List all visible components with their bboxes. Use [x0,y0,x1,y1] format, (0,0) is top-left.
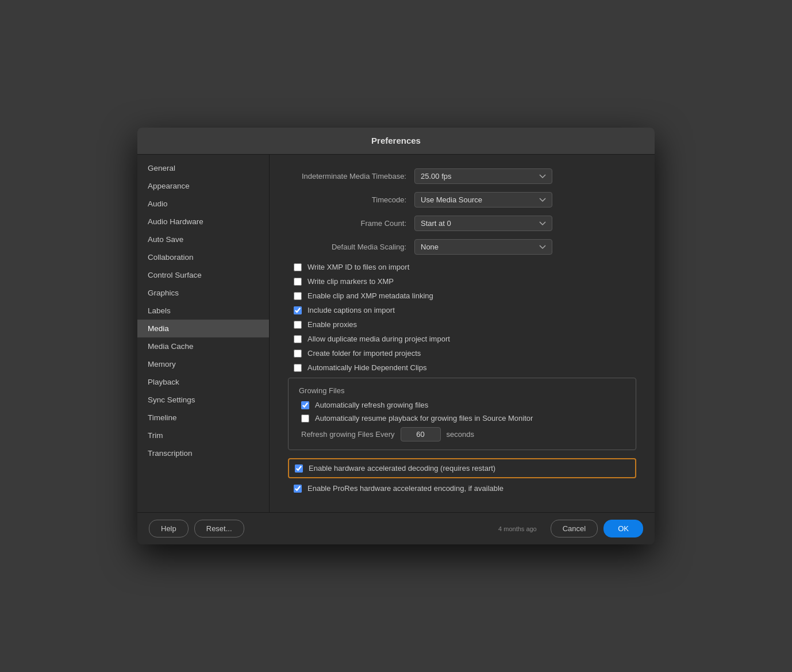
indeterminate-select[interactable]: 25.00 fps23.976 fps24.00 fps29.97 fps30.… [414,168,552,184]
refresh-label: Refresh growing Files Every [301,430,395,439]
hw-accel-decoding-label[interactable]: Enable hardware accelerated decoding (re… [309,464,495,473]
sidebar-item-graphics[interactable]: Graphics [137,284,269,302]
include-captions-label[interactable]: Include captions on import [307,306,395,314]
sidebar-item-control-surface[interactable]: Control Surface [137,266,269,284]
indeterminate-row: Indeterminate Media Timebase: 25.00 fps2… [288,168,636,184]
checkbox-allow-duplicate: Allow duplicate media during project imp… [288,335,636,343]
growing-files-title: Growing Files [299,386,625,395]
auto-refresh-label[interactable]: Automatically refresh growing files [315,401,428,409]
sidebar-item-collaboration[interactable]: Collaboration [137,248,269,266]
scaling-label: Default Media Scaling: [288,243,414,251]
scaling-row: Default Media Scaling: NoneSet to Frame … [288,239,636,255]
frame-count-row: Frame Count: Start at 0Start at 1 [288,216,636,231]
auto-resume-checkbox[interactable] [301,414,309,423]
checkbox-write-clip-markers: Write clip markers to XMP [288,277,636,286]
help-button[interactable]: Help [149,520,189,537]
cancel-button[interactable]: Cancel [551,520,598,537]
ok-button[interactable]: OK [603,520,643,537]
prores-hw-encoding-row: Enable ProRes hardware accelerated encod… [288,484,636,493]
enable-proxies-label[interactable]: Enable proxies [307,320,357,329]
timecode-row: Timecode: Use Media SourceGenerate00:00:… [288,192,636,208]
growing-files-auto-refresh-row: Automatically refresh growing files [299,401,625,409]
create-folder-label[interactable]: Create folder for imported projects [307,349,421,358]
growing-files-section: Growing Files Automatically refresh grow… [288,378,636,450]
content-panel: Indeterminate Media Timebase: 25.00 fps2… [270,155,655,512]
sidebar: GeneralAppearanceAudioAudio HardwareAuto… [137,155,270,512]
hw-accel-decoding-checkbox[interactable] [295,464,303,473]
timecode-label: Timecode: [288,195,414,204]
prores-hw-encoding-label[interactable]: Enable ProRes hardware accelerated encod… [307,484,503,493]
write-clip-markers-checkbox[interactable] [294,278,302,286]
prores-hw-encoding-checkbox[interactable] [294,485,302,493]
allow-duplicate-label[interactable]: Allow duplicate media during project imp… [307,335,450,343]
sidebar-item-appearance[interactable]: Appearance [137,177,269,195]
include-captions-checkbox[interactable] [294,306,302,314]
refresh-row: Refresh growing Files Every seconds [299,427,625,441]
auto-hide-label[interactable]: Automatically Hide Dependent Clips [307,363,426,372]
indeterminate-label: Indeterminate Media Timebase: [288,172,414,181]
sidebar-item-trim[interactable]: Trim [137,427,269,444]
dialog-title: Preferences [371,136,421,145]
sidebar-item-labels[interactable]: Labels [137,302,269,320]
sidebar-item-playback[interactable]: Playback [137,373,269,391]
checkbox-auto-hide: Automatically Hide Dependent Clips [288,363,636,372]
timecode-select[interactable]: Use Media SourceGenerate00:00:00:00 [414,192,552,208]
scaling-select[interactable]: NoneSet to Frame SizeSet to Scale to Fra… [414,239,552,255]
auto-resume-label[interactable]: Automatically resume playback for growin… [315,414,533,423]
auto-hide-checkbox[interactable] [294,364,302,372]
sidebar-item-sync-settings[interactable]: Sync Settings [137,391,269,409]
sidebar-item-audio[interactable]: Audio [137,195,269,213]
sidebar-item-transcription[interactable]: Transcription [137,444,269,462]
checkbox-include-captions: Include captions on import [288,306,636,314]
preferences-dialog: Preferences GeneralAppearanceAudioAudio … [137,128,655,544]
write-clip-markers-label[interactable]: Write clip markers to XMP [307,277,394,286]
allow-duplicate-checkbox[interactable] [294,335,302,343]
sidebar-item-general[interactable]: General [137,159,269,177]
refresh-interval-input[interactable] [401,427,441,441]
timestamp-note: 4 months ago [498,525,537,532]
sidebar-item-audio-hardware[interactable]: Audio Hardware [137,213,269,231]
reset-button[interactable]: Reset... [194,520,244,537]
enable-clip-xmp-checkbox[interactable] [294,292,302,300]
seconds-label: seconds [447,430,474,439]
checkbox-write-xmp-id: Write XMP ID to files on import [288,263,636,271]
footer-right: 4 months ago Cancel OK [498,520,643,537]
checkbox-enable-proxies: Enable proxies [288,320,636,329]
checkbox-create-folder: Create folder for imported projects [288,349,636,358]
sidebar-item-auto-save[interactable]: Auto Save [137,231,269,248]
dialog-body: GeneralAppearanceAudioAudio HardwareAuto… [137,155,655,512]
footer-left: Help Reset... [149,520,244,537]
frame-count-label: Frame Count: [288,219,414,228]
sidebar-item-memory[interactable]: Memory [137,355,269,373]
sidebar-item-timeline[interactable]: Timeline [137,409,269,427]
write-xmp-id-checkbox[interactable] [294,263,302,271]
dialog-titlebar: Preferences [137,128,655,155]
sidebar-item-media[interactable]: Media [137,320,269,337]
dialog-footer: Help Reset... 4 months ago Cancel OK [137,512,655,544]
write-xmp-id-label[interactable]: Write XMP ID to files on import [307,263,409,271]
sidebar-item-media-cache[interactable]: Media Cache [137,337,269,355]
auto-refresh-checkbox[interactable] [301,401,309,409]
hw-accel-decoding-row-highlighted: Enable hardware accelerated decoding (re… [288,458,636,478]
frame-count-select[interactable]: Start at 0Start at 1 [414,216,552,231]
enable-clip-xmp-label[interactable]: Enable clip and XMP metadata linking [307,291,433,300]
checkbox-enable-clip-xmp: Enable clip and XMP metadata linking [288,291,636,300]
create-folder-checkbox[interactable] [294,350,302,358]
growing-files-auto-resume-row: Automatically resume playback for growin… [299,414,625,423]
enable-proxies-checkbox[interactable] [294,321,302,329]
